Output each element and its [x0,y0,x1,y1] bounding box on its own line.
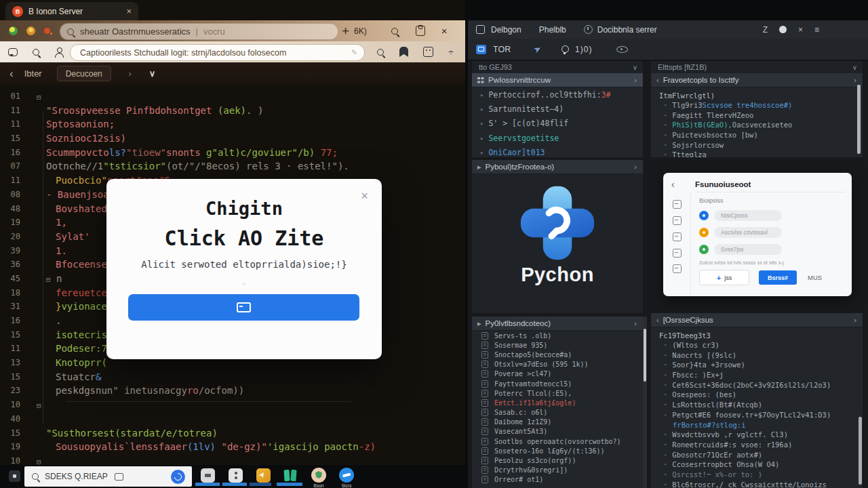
list-item[interactable]: Sootlbs operoaatc(ovsorcwotbo?) [472,436,643,446]
list-item[interactable]: Daibome 1z1Z9) [472,418,643,427]
scrollbar-thumb[interactable] [644,329,646,382]
lock-icon[interactable] [673,200,682,209]
breadcrumb[interactable]: Ibter [24,68,42,79]
tree-panel-header[interactable]: PwIossrvnittrccuw › [472,73,643,87]
browser-tab[interactable]: B B Ionon Server × [5,2,138,20]
text-segment: Sartunnitetst—4) [488,104,564,114]
search-icon[interactable] [377,49,384,56]
doc-panel-header[interactable]: ‹ Fravoetcopls to Iscttfy › [651,73,863,87]
chevron-right-icon[interactable]: › [634,319,637,327]
feedback-icon[interactable] [423,47,433,57]
chevron-right-icon[interactable]: › [634,76,637,84]
symbols-panel-header[interactable]: ▸ Py0lvtlbsndcoteoc) › [472,317,643,331]
taskbar-app-6[interactable] [339,468,354,483]
shortcut-icon[interactable]: Z [763,25,768,35]
dialog-primary-button[interactable] [128,294,359,321]
code-text: - Bauenjsoa [37,188,109,202]
profile-icon[interactable] [54,47,64,57]
tertiary-button[interactable]: MUS [808,274,822,281]
back-icon[interactable]: ‹ [9,67,14,81]
settings-icon[interactable] [673,264,682,273]
list-item[interactable]: Fayttvamtodteoccl5) [472,379,643,388]
reading-list-icon[interactable] [416,26,425,36]
tree-item[interactable]: ▸Pertoccirof..ocl9ttbfhi:3# [472,87,643,102]
browser-search-field[interactable]: sheuatr Oastrnmuesseratics | vocru [60,23,338,40]
bookmark-icon[interactable] [399,47,408,57]
extension-icon-red[interactable] [44,28,50,34]
caret-icon: › [129,69,132,79]
chat-icon[interactable] [673,232,682,241]
section-strip-right[interactable]: Elttspts [ftZ1B) ∨ [651,61,863,73]
list-item[interactable]: Snoctapo5(becoce#a) [472,350,643,359]
taskbar-app-4[interactable] [283,468,298,483]
eye-icon[interactable] [616,46,628,53]
send-icon[interactable]: ➤ [532,43,543,55]
section-strip-left[interactable]: tto GEJ93 ∨ [472,61,643,73]
history-icon[interactable] [171,470,185,484]
menu-icon[interactable]: ≡ [814,25,819,35]
scrollbar-thumb[interactable] [859,417,862,485]
list-item[interactable]: Poterrc Tlcol(:E5), [472,388,643,398]
list-item[interactable]: Otsxlv=a7dEso (595 1k)) [472,360,643,369]
logo-panel-header[interactable]: ▸ Pyboul)tzFrootea-o) › [472,160,643,174]
chat-icon[interactable] [476,45,486,54]
tab-close-icon[interactable]: × [126,6,132,16]
comment-icon[interactable] [8,48,18,56]
option-row[interactable]: Asctvlss crtvtssavl [699,224,844,241]
document-icon[interactable] [673,249,682,258]
taskbar-search[interactable]: SDEKS Q.RIEAP [24,466,192,487]
list-item[interactable]: Servs-ts .olb) [472,331,643,340]
taskbar-app-2[interactable] [229,468,243,483]
tree-item[interactable]: ▸Seervstgoetitse [472,131,643,145]
taskbar-app-5[interactable] [311,468,326,483]
chevron-down-icon[interactable]: ∨ [149,68,156,79]
chevron-down-icon[interactable]: ∨ [852,64,857,71]
list-item[interactable]: Pesolzu ss3co(orgf)) [472,455,643,465]
back-icon[interactable]: ‹ [671,179,675,190]
search-icon[interactable] [33,49,39,56]
tree-item[interactable]: ▸Sartunnitetst—4) [472,102,643,116]
tree-item[interactable]: ▸OniCaor]t013 [472,146,643,157]
menu-icon[interactable]: ÷ [448,47,454,58]
tree-item[interactable]: ▸S' > [c(ot)48flif [472,117,643,131]
address-bar[interactable]: Captioorilests Stchudall logit: strnj/la… [70,44,365,61]
close-icon[interactable]: × [441,25,448,37]
list-item[interactable]: Sasab.c: o6l) [472,408,643,418]
list-item[interactable]: Orreor# ot1) [472,475,643,485]
card-nav-rail [663,192,691,296]
search-icon[interactable] [391,28,398,35]
doc-link[interactable]: frBorsto#?stlog:i [651,421,863,431]
list-item[interactable]: Sosetero-16o l£g6y/(t:l36)) [472,446,643,455]
chevron-down-icon[interactable]: ∨ [633,64,637,71]
list-item[interactable]: Sosermae 935) [472,340,643,350]
doc-panel-header[interactable]: ‹ [OsrsseCjksus › [651,313,863,327]
taskbar-app-1[interactable] [201,468,215,483]
chat-label[interactable]: TOR [493,45,511,54]
close-icon[interactable]: × [798,25,803,35]
taskbar-app-3[interactable]: ➤ [256,468,271,483]
start-icon[interactable] [9,470,20,482]
card-buttons: + jss Bsrss# MUS [699,270,844,285]
doc-bullet: ·Cet6Scst+36doc(2boC+3v92I6sl2ls/l2o3) [651,381,863,391]
add-button[interactable]: + jss [699,270,749,285]
option-row[interactable]: Svss7jss [699,241,844,258]
account-icon[interactable] [779,26,787,33]
chevron-right-icon[interactable]: › [854,316,856,324]
new-tab-icon[interactable]: + [342,24,349,39]
list-item[interactable]: Poverae >cl47) [472,369,643,379]
chevron-right-icon[interactable]: › [634,163,637,171]
extension-icon-green[interactable] [9,26,18,35]
list-item[interactable]: Vasecant5At3) [472,427,643,436]
scrollbar-thumb[interactable] [857,85,861,154]
menu-item-1[interactable]: Delbgon [491,25,521,35]
primary-button[interactable]: Bsrss# [759,270,797,285]
menu-item-2[interactable]: Phelblb [539,25,566,35]
editor-action-button[interactable]: Decucoen [57,66,111,81]
list-item[interactable]: Dcrytrhv&0sregri]) [472,466,643,475]
chevron-right-icon[interactable]: › [854,76,856,84]
list-item[interactable]: Eetct.if1la6tj£ogle) [472,398,643,407]
lightbulb-icon[interactable] [561,45,569,53]
option-row[interactable]: NtsiCjssss [699,207,844,224]
person-icon[interactable] [673,216,682,225]
extension-icon-orange[interactable] [26,26,35,35]
